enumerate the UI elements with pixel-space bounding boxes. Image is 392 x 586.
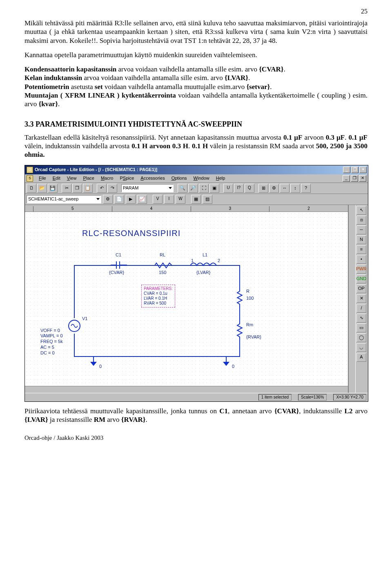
p6b: C1 — [219, 407, 228, 415]
part-combo[interactable]: PARAM — [121, 184, 174, 192]
wire[interactable] — [239, 265, 240, 290]
p6k: arvo — [105, 416, 121, 423]
maximize-button[interactable]: ❐ — [351, 167, 359, 173]
ground-tool[interactable]: GND — [356, 274, 366, 283]
menu-edit[interactable]: Edit — [49, 175, 64, 182]
inductor-l1[interactable] — [190, 262, 219, 269]
plot-button[interactable]: 📈 — [137, 195, 147, 204]
zoom-out-button[interactable]: 🔎 — [188, 184, 198, 193]
power-tool[interactable]: PWR — [356, 265, 366, 274]
param-lvar: LVAR = 0.1H — [144, 296, 173, 301]
wire[interactable] — [74, 334, 75, 356]
copy-button[interactable]: ❐ — [72, 184, 82, 193]
undo-button[interactable]: ↶ — [97, 184, 107, 193]
source-v1[interactable] — [68, 318, 80, 334]
ellipse-tool[interactable]: ◯ — [356, 333, 366, 342]
p5g: välein, induktanssin vaihdella arvosta — [24, 142, 131, 150]
p5e: . — [345, 134, 348, 141]
resistor-rl[interactable] — [151, 262, 176, 269]
w-marker-button[interactable]: W — [176, 195, 185, 204]
redo-button[interactable]: ↷ — [107, 184, 117, 193]
cut-button[interactable]: ✂ — [62, 184, 71, 193]
schematic-canvas[interactable]: RLC-RESONANSSIPIIRI — [25, 212, 348, 386]
menu-view[interactable]: View — [64, 175, 80, 182]
wire[interactable] — [239, 339, 240, 357]
ground-right[interactable] — [223, 356, 229, 366]
tool-t3-button[interactable]: ↔ — [280, 184, 290, 193]
menu-pspice[interactable]: PSpice — [116, 175, 137, 182]
close-button[interactable]: ✕ — [359, 167, 367, 173]
parameters-box[interactable]: PARAMETERS: CVAR = 0.1u LVAR = 0.1H RVAR… — [141, 285, 175, 307]
wire[interactable] — [127, 265, 151, 266]
wire[interactable] — [75, 265, 111, 266]
new-button[interactable]: 🗋 — [27, 184, 36, 193]
titlebar[interactable]: O Orcad Capture - Lite Edition - [/ - (S… — [25, 165, 368, 174]
child-maximize-button[interactable]: ❐ — [351, 175, 358, 182]
net-tool[interactable]: N — [356, 235, 366, 244]
tool-t2-button[interactable]: ⚙ — [269, 184, 279, 193]
session-combo[interactable]: SCHEMATIC1-ac_sweep — [27, 195, 101, 203]
pointer-tool[interactable]: ↖ — [356, 206, 366, 215]
child-close-button[interactable]: ✕ — [359, 175, 366, 182]
run-button[interactable]: ▶ — [126, 195, 136, 204]
zoom-in-button[interactable]: 🔍 — [178, 184, 187, 193]
menu-window[interactable]: Window — [190, 175, 213, 182]
ruler-horizontal: 5 4 3 2 — [25, 205, 348, 212]
paste-button[interactable]: 📋 — [83, 184, 93, 193]
resistor-rm[interactable] — [236, 322, 243, 339]
polyline-tool[interactable]: ∿ — [356, 314, 366, 323]
tool-t4-button[interactable]: ↕ — [290, 184, 300, 193]
label-rm: Rm — [246, 322, 253, 328]
offpage-tool[interactable]: OP — [356, 284, 366, 293]
tool-u-button[interactable]: U — [223, 184, 233, 193]
capacitor-c1[interactable] — [111, 260, 127, 270]
line-tool[interactable]: / — [356, 304, 366, 313]
arc-tool[interactable]: ◡ — [356, 343, 366, 352]
p5h: 0.1 H arvoon 0.3 H — [131, 142, 188, 150]
label-gnd-right: 0 — [232, 364, 234, 370]
p4h: . — [248, 74, 250, 82]
p5f: 0.1 µF — [349, 134, 368, 141]
save-button[interactable]: 💾 — [48, 184, 58, 193]
rect-tool[interactable]: ▭ — [356, 323, 366, 332]
wire[interactable] — [74, 265, 75, 318]
zoom-area-button[interactable]: ⛶ — [199, 184, 209, 193]
menu-options[interactable]: Options — [168, 175, 190, 182]
zoom-fit-button[interactable]: ▣ — [209, 184, 219, 193]
wire[interactable] — [176, 265, 190, 266]
ground-left[interactable] — [90, 356, 97, 366]
tool-q-button[interactable]: Q — [245, 184, 254, 193]
wire[interactable] — [239, 306, 240, 322]
scrollbar-horizontal[interactable] — [25, 386, 348, 393]
extra2-button[interactable]: ▨ — [203, 195, 212, 204]
wire-tool[interactable]: ─ — [356, 225, 366, 234]
minimize-button[interactable]: _ — [343, 167, 350, 173]
sim-new-button[interactable]: 📄 — [114, 195, 124, 204]
menu-file[interactable]: File — [36, 175, 49, 182]
open-button[interactable]: 📂 — [37, 184, 47, 193]
wire[interactable] — [74, 356, 239, 357]
tool-t1-button[interactable]: ⊞ — [258, 184, 268, 193]
child-minimize-button[interactable]: _ — [343, 175, 350, 182]
menu-macro[interactable]: Macro — [98, 175, 117, 182]
p4b: arvoa voidaan vaihdella antamalla sille … — [116, 65, 259, 73]
bus-tool[interactable]: ≡ — [356, 245, 366, 254]
extra1-button[interactable]: ▦ — [191, 195, 201, 204]
v-marker-button[interactable]: V — [153, 195, 163, 204]
scrollbar-vertical[interactable] — [348, 205, 355, 393]
sim-settings-button[interactable]: ⚙ — [103, 195, 113, 204]
menu-place[interactable]: Place — [80, 175, 98, 182]
noconnect-tool[interactable]: ✕ — [356, 294, 366, 303]
text-tool[interactable]: A — [356, 353, 366, 362]
part-tool[interactable]: ⧈ — [356, 216, 366, 225]
tool-i-button[interactable]: I? — [234, 184, 244, 193]
menu-help[interactable]: Help — [213, 175, 229, 182]
v1-voff: VOFF = 0 — [40, 328, 63, 334]
wire[interactable] — [219, 265, 239, 266]
help-button[interactable]: ? — [301, 184, 311, 193]
p6a: Piirikaaviota tehtäessä muuttuvalle kapa… — [24, 407, 219, 415]
resistor-r[interactable] — [236, 290, 243, 306]
menu-accessories[interactable]: Accessories — [137, 175, 168, 182]
junction-tool[interactable]: • — [356, 255, 366, 264]
i-marker-button[interactable]: I — [164, 195, 174, 204]
